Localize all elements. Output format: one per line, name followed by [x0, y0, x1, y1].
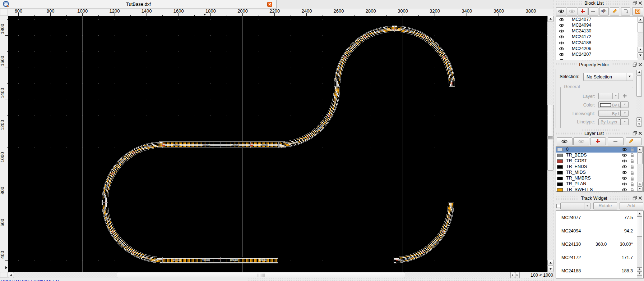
svg-text:1400: 1400 [142, 9, 152, 14]
svg-text:1800: 1800 [0, 24, 5, 34]
svg-text:1200: 1200 [110, 9, 120, 14]
svg-text:1000: 1000 [77, 9, 88, 14]
svg-text:1600: 1600 [173, 9, 184, 14]
svg-text:800: 800 [47, 9, 55, 14]
svg-text:600: 600 [15, 9, 23, 14]
svg-text:MC24188: MC24188 [173, 259, 181, 261]
svg-text:2200: 2200 [269, 9, 280, 14]
svg-text:TR24206: TR24206 [202, 259, 210, 261]
svg-text:2600: 2600 [334, 9, 344, 14]
svg-text:1000: 1000 [0, 152, 5, 163]
svg-text:800: 800 [0, 187, 5, 195]
svg-text:MC24094: MC24094 [259, 259, 268, 261]
svg-text:1200: 1200 [0, 120, 5, 130]
svg-text:2400: 2400 [301, 9, 312, 14]
svg-text:400: 400 [0, 251, 5, 259]
svg-text:MC24188: MC24188 [173, 144, 181, 146]
svg-text:MC24172: MC24172 [260, 144, 269, 146]
svg-text:1600: 1600 [0, 56, 5, 66]
svg-text:600: 600 [0, 219, 5, 227]
svg-text:3000: 3000 [398, 9, 408, 14]
svg-text:MC24207: MC24207 [230, 259, 238, 261]
svg-text:TR24206: TR24206 [203, 144, 210, 146]
svg-text:MC24207: MC24207 [231, 144, 240, 146]
svg-text:3200: 3200 [430, 9, 440, 14]
svg-text:1400: 1400 [0, 88, 5, 98]
svg-text:3400: 3400 [462, 9, 472, 14]
svg-text:1800: 1800 [205, 9, 216, 14]
svg-text:2800: 2800 [366, 9, 376, 14]
svg-text:3600: 3600 [494, 9, 504, 14]
svg-text:2000: 2000 [237, 9, 248, 14]
svg-text:3800: 3800 [526, 9, 536, 14]
